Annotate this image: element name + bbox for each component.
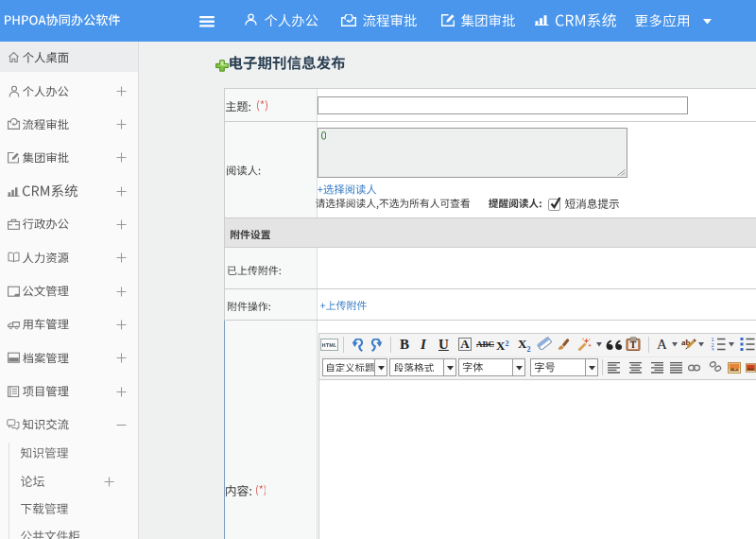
svg-text:3: 3 (712, 347, 714, 351)
svg-text:T: T (630, 340, 637, 350)
